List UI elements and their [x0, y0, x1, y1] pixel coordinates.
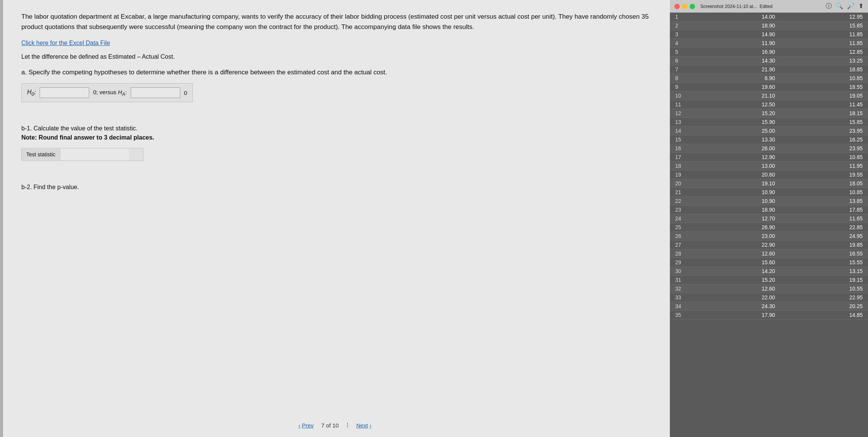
h0-label: H0: — [27, 89, 36, 97]
top-bar: Screenshot 2024-11-10 at... Edited ⓘ 🔍 🔎… — [670, 0, 868, 13]
traffic-light-red[interactable] — [674, 4, 680, 9]
section-b2: b-2. Find the p-value. — [21, 184, 655, 191]
row-col1: 16.90 — [693, 48, 780, 56]
row-col1: 14.30 — [693, 56, 780, 65]
search-icon[interactable]: 🔍 — [836, 2, 843, 10]
table-row: 11 12.50 11.45 — [670, 100, 868, 109]
table-row: 32 12.60 10.55 — [670, 284, 868, 293]
table-row: 7 21.90 18.85 — [670, 65, 868, 74]
data-table-container: 1 14.00 12.95 2 18.90 15.85 3 14.90 11.8… — [670, 13, 868, 437]
row-col1: 23.00 — [693, 232, 780, 241]
row-col2: 12.95 — [780, 13, 868, 21]
row-col1: 10.90 — [693, 197, 780, 206]
prev-button[interactable]: ‹ Prev — [298, 422, 314, 429]
table-row: 18 13.00 11.95 — [670, 162, 868, 170]
table-row: 1 14.00 12.95 — [670, 13, 868, 21]
row-col1: 22.90 — [693, 241, 780, 249]
row-col2: 23.95 — [780, 144, 868, 153]
table-row: 12 15.20 18.15 — [670, 109, 868, 118]
table-row: 27 22.90 19.85 — [670, 241, 868, 249]
table-row: 14 25.00 23.95 — [670, 127, 868, 135]
row-id: 33 — [670, 293, 693, 302]
row-col2: 19.15 — [780, 276, 868, 284]
row-col2: 17.85 — [780, 206, 868, 214]
row-col1: 15.20 — [693, 276, 780, 284]
row-col2: 11.95 — [780, 162, 868, 170]
left-edge — [0, 0, 3, 437]
row-id: 10 — [670, 92, 693, 100]
row-col2: 13.15 — [780, 267, 868, 276]
share-icon[interactable]: ⬆ — [858, 2, 863, 10]
row-id: 23 — [670, 206, 693, 214]
row-col2: 11.65 — [780, 214, 868, 223]
test-statistic-input[interactable] — [60, 148, 129, 161]
row-col1: 12.90 — [693, 153, 780, 162]
section-b1-note: Note: Round final answer to 3 decimal pl… — [21, 134, 655, 141]
traffic-light-yellow[interactable] — [682, 4, 687, 9]
excel-link[interactable]: Click here for the Excel Data File — [21, 40, 110, 47]
grid-icon[interactable]: ⁝ — [346, 421, 349, 429]
zoom-icon[interactable]: 🔎 — [847, 2, 855, 10]
row-col1: 6.90 — [693, 74, 780, 83]
row-col1: 13.30 — [693, 135, 780, 144]
h0-operator: 0; versus HA: — [93, 89, 127, 97]
next-chevron: › — [370, 422, 372, 429]
row-col1: 12.60 — [693, 284, 780, 293]
row-col1: 12.50 — [693, 100, 780, 109]
row-id: 35 — [670, 311, 693, 320]
row-id: 11 — [670, 100, 693, 109]
row-id: 4 — [670, 39, 693, 48]
h0-input-1[interactable] — [40, 87, 89, 98]
row-id: 31 — [670, 276, 693, 284]
row-col1: 17.90 — [693, 311, 780, 320]
row-col2: 12.85 — [780, 48, 868, 56]
table-row: 20 19.10 18.05 — [670, 179, 868, 188]
table-row: 24 12.70 11.65 — [670, 214, 868, 223]
row-col1: 19.60 — [693, 83, 780, 92]
question-a: a. Specify the competing hypotheses to d… — [21, 69, 655, 76]
ha-input[interactable] — [131, 87, 180, 98]
row-id: 6 — [670, 56, 693, 65]
table-row: 29 15.60 15.55 — [670, 258, 868, 267]
row-col1: 14.00 — [693, 13, 780, 21]
row-id: 17 — [670, 153, 693, 162]
row-id: 32 — [670, 284, 693, 293]
row-id: 22 — [670, 197, 693, 206]
definition-text: Let the difference be defined as Estimat… — [21, 53, 655, 60]
row-col2: 18.05 — [780, 179, 868, 188]
row-id: 2 — [670, 21, 693, 30]
row-col2: 18.55 — [780, 83, 868, 92]
row-col2: 19.05 — [780, 92, 868, 100]
table-row: 35 17.90 14.85 — [670, 311, 868, 320]
hypothesis-row: H0: 0; versus HA: 0 — [21, 83, 193, 102]
info-icon[interactable]: ⓘ — [826, 2, 832, 10]
table-row: 9 19.60 18.55 — [670, 83, 868, 92]
row-col2: 18.85 — [780, 65, 868, 74]
main-panel: The labor quotation department at Excaba… — [0, 0, 670, 437]
table-row: 15 13.30 16.25 — [670, 135, 868, 144]
row-col2: 13.85 — [780, 197, 868, 206]
row-id: 30 — [670, 267, 693, 276]
table-row: 30 14.20 13.15 — [670, 267, 868, 276]
row-col2: 22.85 — [780, 223, 868, 232]
table-row: 34 24.30 20.25 — [670, 302, 868, 311]
row-id: 12 — [670, 109, 693, 118]
section-b2-title: b-2. Find the p-value. — [21, 184, 655, 191]
top-bar-icons: ⓘ 🔍 🔎 ⬆ — [826, 2, 863, 10]
table-row: 26 23.00 24.95 — [670, 232, 868, 241]
bottom-nav: ‹ Prev 7 of 10 ⁝ Next › — [0, 421, 670, 429]
next-button[interactable]: Next › — [356, 422, 372, 429]
row-col2: 16.25 — [780, 135, 868, 144]
top-bar-title: Screenshot 2024-11-10 at... Edited — [700, 4, 772, 9]
row-col1: 22.00 — [693, 293, 780, 302]
row-id: 13 — [670, 118, 693, 127]
row-id: 15 — [670, 135, 693, 144]
traffic-light-green[interactable] — [690, 4, 695, 9]
row-col1: 25.00 — [693, 127, 780, 135]
row-id: 24 — [670, 214, 693, 223]
traffic-lights — [674, 4, 695, 9]
row-id: 34 — [670, 302, 693, 311]
row-col1: 24.30 — [693, 302, 780, 311]
row-col1: 21.90 — [693, 65, 780, 74]
row-col1: 12.70 — [693, 214, 780, 223]
